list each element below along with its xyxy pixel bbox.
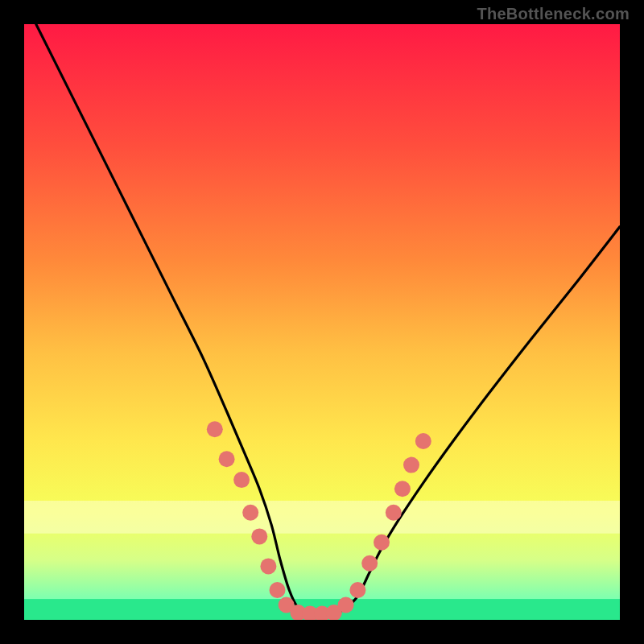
curve-marker xyxy=(338,597,354,613)
curve-marker xyxy=(361,555,378,572)
curve-marker xyxy=(207,421,223,437)
curve-marker xyxy=(415,433,431,449)
curve-marker xyxy=(233,472,250,488)
watermark-text: TheBottleneck.com xyxy=(477,5,630,23)
bottleneck-chart xyxy=(0,0,644,644)
curve-marker xyxy=(403,457,419,473)
curve-marker xyxy=(394,481,411,497)
chart-frame: TheBottleneck.com xyxy=(0,0,644,644)
curve-marker xyxy=(251,528,267,544)
svg-rect-1 xyxy=(24,501,620,534)
curve-marker xyxy=(349,582,365,598)
curve-marker xyxy=(260,558,276,574)
curve-marker xyxy=(242,505,258,521)
curve-marker xyxy=(374,535,390,551)
curve-marker xyxy=(386,505,402,521)
curve-marker xyxy=(219,451,235,467)
curve-marker xyxy=(270,582,286,598)
